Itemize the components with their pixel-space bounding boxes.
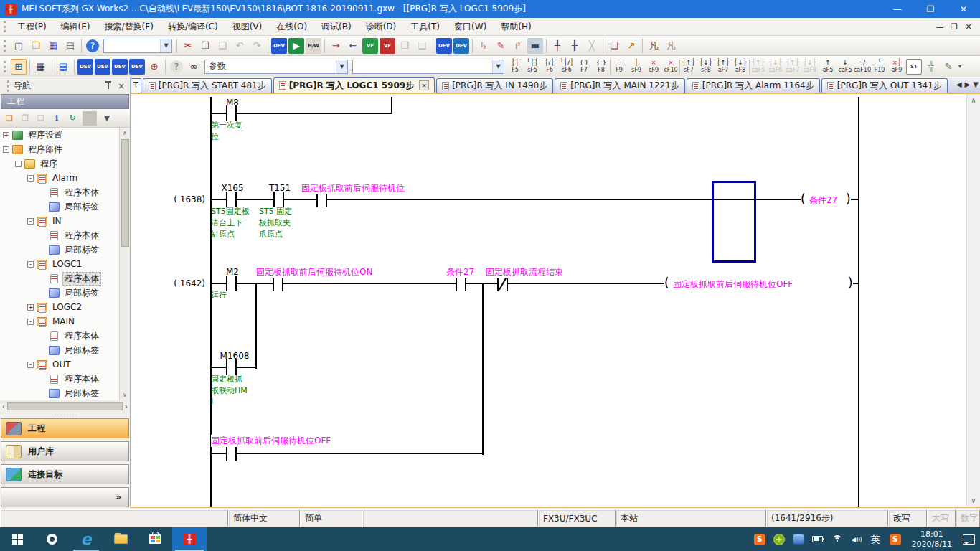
tree-horizontal-scrollbar[interactable]: ‹ ›: [0, 400, 130, 413]
tree-expander[interactable]: +: [3, 132, 9, 138]
tree-item-program-body[interactable]: 程序本体: [0, 372, 130, 386]
edit-ladder-icon[interactable]: ╬: [923, 59, 939, 75]
tree-expander[interactable]: -: [27, 261, 34, 268]
undo-icon[interactable]: ↶: [232, 38, 248, 54]
menu-item[interactable]: 调试(B): [314, 18, 359, 36]
toolbar-separator[interactable]: [176, 39, 177, 53]
toolbar-separator[interactable]: [81, 39, 82, 53]
scroll-up-icon[interactable]: ∧: [120, 128, 130, 136]
scroll-thumb[interactable]: [121, 139, 129, 247]
open-branch-button[interactable]: └┤├ sF5: [524, 57, 541, 76]
tab-close-icon[interactable]: ×: [419, 80, 429, 90]
scroll-right-icon[interactable]: ›: [125, 402, 128, 410]
tree-item-local-label[interactable]: 局部标签: [0, 343, 130, 357]
device-memory-icon[interactable]: DEV: [95, 59, 110, 75]
ladder-editor[interactable]: M8 第一次复 位 ( 1638) X165 T151 固定板抓取前后伺服待机位…: [131, 94, 980, 508]
editor-vertical-scrollbar[interactable]: ∧ ∨: [966, 94, 980, 507]
volume-tray-button[interactable]: ◀))): [848, 527, 865, 551]
sogou-tray-button[interactable]: S: [751, 527, 768, 551]
delete-line-button[interactable]: ×├ aF9: [888, 57, 905, 76]
module-config-icon[interactable]: ▦: [33, 59, 49, 75]
contact-m8[interactable]: [226, 105, 237, 121]
tree-vertical-scrollbar[interactable]: ∧ ∨: [119, 128, 130, 400]
open-contact-button[interactable]: ┤├ F5: [507, 57, 524, 76]
device-test-icon[interactable]: ✎: [941, 59, 956, 75]
ladder-insert-row-icon[interactable]: ╀: [550, 38, 565, 54]
save-project-icon[interactable]: ▦: [45, 38, 61, 54]
inline-st-1-icon[interactable]: 凡: [646, 38, 661, 54]
tree-item-program[interactable]: - 程序: [0, 156, 130, 171]
tab-alarm[interactable]: [PRG]R 写入 Alarm 1164步: [687, 78, 820, 93]
application-instruction-button[interactable]: { } F8: [593, 57, 610, 76]
monitor-pause-icon[interactable]: ❐: [397, 38, 413, 54]
device-comment-icon[interactable]: DEV: [77, 59, 93, 75]
coil-button[interactable]: ( ) F7: [575, 57, 593, 76]
parameter-combo[interactable]: 参数▼: [204, 60, 348, 74]
rising-pulse-branch-button[interactable]: ┤↑├ aF7: [715, 57, 732, 76]
horizontal-line-button[interactable]: ─ F9: [611, 57, 628, 76]
tree-item-program-body[interactable]: 程序本体: [0, 329, 130, 343]
nav-button-connect[interactable]: 连接目标: [1, 464, 129, 484]
tree-item-program-body[interactable]: 程序本体: [0, 228, 130, 242]
nav-refresh-icon[interactable]: ↻: [65, 111, 80, 126]
mdi-close-button[interactable]: ✕: [961, 22, 976, 32]
contact-servo-standby-off[interactable]: [226, 446, 237, 461]
contact-t151[interactable]: [273, 192, 284, 207]
falling-pulse-branch-button[interactable]: ┤↓├ aF8: [732, 57, 749, 76]
coil-label[interactable]: 固定板抓取前后伺服待机位OFF: [673, 278, 793, 291]
tree-item-in[interactable]: - IN: [0, 214, 130, 228]
verify-stop-icon[interactable]: VF: [380, 38, 395, 54]
toolbar-separator[interactable]: [83, 111, 97, 126]
combo-caret-icon[interactable]: ▼: [160, 39, 171, 52]
file-explorer-button[interactable]: [103, 527, 138, 551]
menu-item[interactable]: 搜索/替换(F): [98, 18, 161, 36]
scroll-left-icon[interactable]: ‹: [2, 402, 5, 410]
menu-item[interactable]: 转换/编译(C): [161, 18, 225, 36]
line-corner-button[interactable]: └ F10: [871, 57, 888, 76]
scroll-thumb[interactable]: [7, 402, 123, 410]
tree-item-program-body[interactable]: 程序本体: [0, 271, 130, 286]
menu-item[interactable]: 编辑(E): [54, 18, 98, 36]
scroll-down-icon[interactable]: ∨: [967, 496, 980, 504]
tree-item-local-label[interactable]: 局部标签: [0, 286, 130, 300]
delete-hline-button[interactable]: × cF9: [645, 57, 662, 76]
contact-m2[interactable]: [226, 276, 237, 291]
pc-connect-icon[interactable]: ▬: [527, 38, 543, 54]
combo-caret-icon[interactable]: ▼: [492, 60, 504, 73]
tree-expander[interactable]: -: [27, 175, 34, 182]
tab-scroll-right-icon[interactable]: ▶: [965, 80, 971, 88]
mdi-minimize-button[interactable]: —: [933, 22, 947, 32]
tab-main[interactable]: [PRG]R 写入 MAIN 1221步: [555, 78, 685, 93]
open-project-icon[interactable]: ❐: [28, 38, 44, 54]
toolbar-separator[interactable]: [472, 39, 473, 53]
tab-logc1[interactable]: [PRG]R 写入 LOGC1 5909步 ×: [273, 77, 435, 93]
help-icon[interactable]: ?: [86, 39, 99, 52]
clock[interactable]: 18:01 2020/8/11: [906, 529, 958, 550]
help-circle-icon[interactable]: ?: [170, 60, 183, 73]
tree-item-logc2[interactable]: + LOGC2: [0, 300, 130, 314]
menu-item[interactable]: 在线(O): [269, 18, 314, 36]
menu-item[interactable]: 工程(P): [10, 18, 54, 36]
tree-item-alarm[interactable]: - Alarm: [0, 171, 130, 185]
tab-scroll-left-icon[interactable]: ◀: [956, 80, 962, 88]
print-icon[interactable]: ▤: [62, 38, 78, 54]
browser-pinwheel-button[interactable]: [34, 527, 69, 551]
inline-st-button[interactable]: ST: [906, 59, 922, 75]
vertical-line-button[interactable]: │ sF9: [628, 57, 645, 76]
device-monitor-icon[interactable]: DEV: [271, 38, 287, 54]
nav-button-project[interactable]: 工程: [1, 418, 129, 438]
toolbar-separator[interactable]: [642, 39, 643, 53]
360-tray-button[interactable]: +: [771, 527, 788, 551]
nav-button-userlib[interactable]: 用户库: [1, 441, 129, 461]
contact-x165[interactable]: [226, 192, 237, 207]
quick-access-combo[interactable]: ▼: [103, 39, 172, 53]
nav-more-button[interactable]: »: [1, 487, 129, 507]
ladder-insert-col-icon[interactable]: ╂: [567, 38, 583, 54]
device-display-1-icon[interactable]: DEV: [436, 38, 452, 54]
panel-close-icon[interactable]: ×: [116, 81, 126, 91]
wifi-tray-button[interactable]: [829, 527, 846, 551]
closed-contact-button[interactable]: ┤/├ F6: [541, 57, 558, 76]
device-display-2-icon[interactable]: DEV: [453, 38, 469, 54]
menu-item[interactable]: 窗口(W): [447, 18, 494, 36]
copy-icon[interactable]: ❐: [197, 38, 213, 54]
